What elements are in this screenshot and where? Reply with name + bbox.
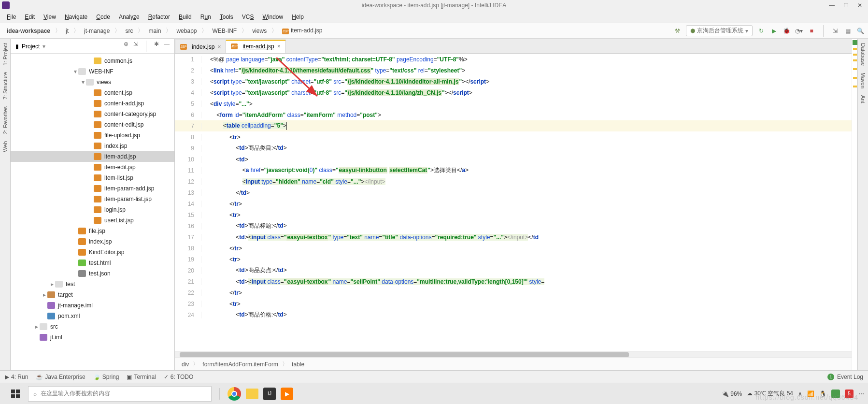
breadcrumb-item[interactable]: jt xyxy=(63,27,71,35)
code-content[interactable]: <td> xyxy=(208,156,248,163)
tree-node[interactable]: index.jsp xyxy=(11,141,174,151)
line-number[interactable]: 10 xyxy=(175,156,201,163)
scrollbar-thumb[interactable] xyxy=(180,352,629,357)
line-number[interactable]: 2 xyxy=(175,67,201,74)
line-number[interactable]: 12 xyxy=(175,178,201,185)
tree-caret-icon[interactable]: ▸ xyxy=(34,323,40,330)
line-number[interactable]: 5 xyxy=(175,101,201,107)
start-button[interactable] xyxy=(4,383,27,404)
tree-node[interactable]: common.js xyxy=(11,56,174,66)
line-number[interactable]: 22 xyxy=(175,289,201,296)
tree-node[interactable]: item-list.jsp xyxy=(11,173,174,183)
breadcrumb-item[interactable]: JSPitem-add.jsp xyxy=(279,26,325,35)
menu-build[interactable]: Build xyxy=(175,12,196,22)
build-icon[interactable]: ⚒ xyxy=(673,27,681,35)
menu-refactor[interactable]: Refactor xyxy=(144,12,174,22)
tool-window-button[interactable]: 2: Favorites xyxy=(2,106,8,134)
code-content[interactable]: </tr> xyxy=(208,201,242,207)
editor-breadcrumb-item[interactable]: form#itemAddForm.itemForm xyxy=(202,361,278,368)
menu-code[interactable]: Code xyxy=(92,12,114,22)
tree-node[interactable]: item-param-list.jsp xyxy=(11,194,174,204)
code-content[interactable]: <td><input class="easyui-textbox" type="… xyxy=(208,234,539,241)
line-number[interactable]: 23 xyxy=(175,301,201,307)
event-log-button[interactable]: 1 Event Log xyxy=(827,374,863,380)
tool-window-button[interactable]: ▶4: Run xyxy=(5,374,28,380)
menu-view[interactable]: View xyxy=(40,12,60,22)
line-number[interactable]: 11 xyxy=(175,167,201,174)
code-content[interactable]: <div style="..."> xyxy=(208,101,253,107)
code-content[interactable]: <table cellpadding="5"> xyxy=(208,122,287,130)
debug-icon[interactable]: 🐞 xyxy=(783,27,790,35)
tool-window-button[interactable]: Database xyxy=(860,43,866,66)
taskbar-search[interactable]: ⌕ 在这里输入你要搜索的内容 xyxy=(28,386,212,402)
editor-tab[interactable]: JSPindex.jsp× xyxy=(175,40,226,53)
tree-node[interactable]: pom.xml xyxy=(11,311,174,321)
code-line[interactable]: 12 <input type="hidden" name="cid" style… xyxy=(175,176,852,187)
tray-app-icon[interactable]: ⋯ xyxy=(858,390,864,397)
media-icon[interactable]: ▶ xyxy=(281,388,293,400)
code-line[interactable]: 10 <td> xyxy=(175,154,852,165)
chevron-down-icon[interactable]: ▾ xyxy=(43,43,45,50)
code-content[interactable]: <input type="hidden" name="cid" style=".… xyxy=(208,178,385,185)
code-content[interactable]: <td>商品价格:</td> xyxy=(208,311,287,319)
code-line[interactable]: 9 <td>商品类目:</td> xyxy=(175,143,852,154)
code-line[interactable]: 6 <form id="itemAddForm" class="itemForm… xyxy=(175,109,852,120)
editor-breadcrumb-item[interactable]: table xyxy=(292,361,304,368)
breadcrumb-item[interactable]: views xyxy=(249,27,270,35)
code-line[interactable]: 16 <td>商品标题:</td> xyxy=(175,220,852,231)
tree-node[interactable]: jt-manage.iml xyxy=(11,300,174,311)
code-content[interactable]: </tr> xyxy=(208,289,242,296)
close-icon[interactable]: × xyxy=(277,43,281,50)
code-line[interactable]: 4<script type="text/javascript" charset=… xyxy=(175,87,852,98)
line-number[interactable]: 9 xyxy=(175,145,201,152)
tree-node[interactable]: content-add.jsp xyxy=(11,98,174,109)
tree-node[interactable]: file-upload.jsp xyxy=(11,130,174,141)
tree-node[interactable]: content-category.jsp xyxy=(11,109,174,119)
code-editor[interactable]: 1<%@ page language="java" contentType="t… xyxy=(175,54,852,351)
warning-marker[interactable] xyxy=(853,77,857,79)
hide-icon[interactable]: — xyxy=(164,41,170,52)
tree-caret-icon[interactable]: ▸ xyxy=(42,291,47,298)
breadcrumb-item[interactable]: idea-workspace xyxy=(4,27,53,35)
code-content[interactable]: <tr> xyxy=(208,256,241,263)
code-line[interactable]: 8 <tr> xyxy=(175,131,852,143)
tree-node[interactable]: userList.jsp xyxy=(11,215,174,226)
maximize-icon[interactable]: ☐ xyxy=(843,2,849,9)
intellij-icon[interactable]: IJ xyxy=(263,388,276,400)
code-content[interactable]: <td>商品卖点:</td> xyxy=(208,266,287,274)
menu-edit[interactable]: Edit xyxy=(21,12,39,22)
structure-icon[interactable]: ▤ xyxy=(844,27,852,35)
breadcrumb-item[interactable]: webapp xyxy=(173,27,199,35)
tool-window-button[interactable]: 🍃Spring xyxy=(93,374,119,380)
code-line[interactable]: 2<link href="/js/kindeditor-4.1.10/theme… xyxy=(175,65,852,76)
menu-navigate[interactable]: Navigate xyxy=(61,12,91,22)
marker-strip[interactable] xyxy=(852,39,857,370)
code-content[interactable]: <td>商品标题:</td> xyxy=(208,222,287,230)
tree-node[interactable]: content.jsp xyxy=(11,87,174,98)
line-number[interactable]: 16 xyxy=(175,223,201,230)
code-line[interactable]: 18 </tr> xyxy=(175,243,852,254)
tree-node[interactable]: file.jsp xyxy=(11,226,174,236)
code-content[interactable]: <td><input class="easyui-textbox" name="… xyxy=(208,278,544,285)
line-number[interactable]: 7 xyxy=(175,123,201,130)
line-number[interactable]: 24 xyxy=(175,312,201,318)
line-number[interactable]: 19 xyxy=(175,256,201,263)
line-number[interactable]: 3 xyxy=(175,78,201,85)
breadcrumb-item[interactable]: WEB-INF xyxy=(209,27,240,35)
tree-caret-icon[interactable]: ▾ xyxy=(80,79,86,86)
tree-node[interactable]: item-edit.jsp xyxy=(11,162,174,173)
tree-node[interactable]: ▸target xyxy=(11,289,174,300)
breadcrumb-item[interactable]: src xyxy=(122,27,136,35)
code-content[interactable]: <tr> xyxy=(208,301,241,307)
line-number[interactable]: 4 xyxy=(175,89,201,96)
tool-window-button[interactable]: ✓6: TODO xyxy=(164,374,194,380)
collapse-icon[interactable]: ⇲ xyxy=(133,41,138,52)
code-line[interactable]: 3<script type="text/javascript" charset=… xyxy=(175,76,852,87)
code-content[interactable]: <a href="javascript:void(0)" class="easy… xyxy=(208,166,469,174)
close-icon[interactable]: × xyxy=(217,43,221,50)
line-number[interactable]: 17 xyxy=(175,234,201,241)
tool-window-button[interactable]: ☕Java Enterprise xyxy=(36,374,85,380)
code-content[interactable]: <link href="/js/kindeditor-4.1.10/themes… xyxy=(208,67,465,74)
battery-icon[interactable]: 🔌 96% xyxy=(722,390,742,397)
tree-node[interactable]: item-add.jsp xyxy=(11,151,174,162)
